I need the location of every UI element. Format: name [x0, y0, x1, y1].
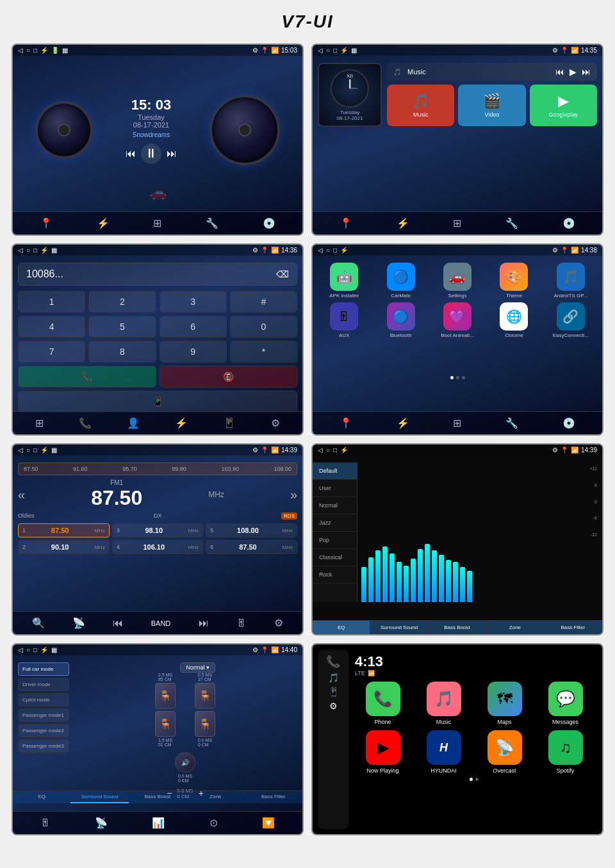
dial-settings-icon[interactable]: ⚙ — [271, 417, 280, 429]
carplay-sidebar-icon-4[interactable]: ⚙ — [329, 701, 338, 711]
dial-key-3[interactable]: 3 — [160, 291, 227, 313]
recent-icon-7[interactable]: □ — [33, 646, 37, 653]
call-button[interactable]: 📞 — [18, 366, 156, 388]
recent-icon-6[interactable]: □ — [333, 446, 337, 454]
mode-passenger1[interactable]: Passenger mode1 — [18, 708, 69, 722]
radio-band-button[interactable]: BAND — [151, 619, 171, 627]
back-icon-2[interactable]: ◁ — [318, 47, 323, 54]
zone-tab-bassboost[interactable]: Bass Boost — [129, 791, 186, 803]
carplay-sidebar-icon-2[interactable]: 🎵 — [328, 673, 339, 683]
nav2-dvd[interactable]: 💿 — [562, 217, 575, 229]
back-icon[interactable]: ◁ — [18, 47, 23, 54]
nav-dvd[interactable]: 💿 — [263, 217, 275, 229]
app-apk-installer[interactable]: 🤖 APK installer — [318, 263, 370, 299]
mode-copilot[interactable]: Cpilot mode — [18, 693, 69, 707]
nav2-location[interactable]: 📍 — [340, 217, 352, 229]
zone-surround-icon[interactable]: 📡 — [95, 817, 108, 829]
recent-icon-4[interactable]: □ — [333, 247, 337, 254]
prev-button[interactable]: ⏮ — [126, 148, 136, 160]
prev-btn[interactable]: ⏮ — [555, 67, 564, 77]
preset-5[interactable]: 5 108.00 MHz — [206, 523, 297, 537]
play-btn[interactable]: ▶ — [570, 67, 577, 77]
carplay-app-music[interactable]: 🎵 Music — [416, 682, 472, 725]
next-btn[interactable]: ⏭ — [582, 67, 591, 77]
eq-mode-user[interactable]: User — [313, 480, 357, 497]
app-theme[interactable]: 🎨 Theme — [488, 263, 540, 299]
eq-mode-rock[interactable]: Rock — [313, 566, 357, 584]
end-call-button[interactable]: 📵 — [160, 366, 298, 388]
preset-4[interactable]: 4 106.10 MHz — [112, 540, 204, 554]
carplay-app-hyundai[interactable]: H HYUNDAI — [416, 730, 472, 774]
eq-mode-pop[interactable]: Pop — [313, 532, 357, 549]
carplay-app-nowplaying[interactable]: ▶ Now Playing — [355, 730, 411, 774]
tune-back-button[interactable]: « — [18, 487, 25, 502]
nav4-location[interactable]: 📍 — [340, 417, 352, 429]
next-button[interactable]: ⏭ — [167, 148, 177, 160]
home-icon-7[interactable]: ○ — [26, 646, 30, 653]
dial-apps-icon[interactable]: ⊞ — [35, 417, 44, 429]
video-app[interactable]: 🎬 Video — [458, 85, 525, 126]
zone-eq-icon[interactable]: 🎚 — [40, 817, 51, 829]
home-icon-5[interactable]: ○ — [26, 446, 30, 454]
recent-icon-2[interactable]: □ — [333, 47, 337, 54]
nav-apps[interactable]: ⊞ — [153, 217, 161, 229]
preset-6[interactable]: 6 87.50 MHz — [206, 540, 297, 554]
nav-bluetooth[interactable]: ⚡ — [97, 217, 110, 229]
eq-tab-surround[interactable]: Surround Sound — [370, 621, 428, 634]
radio-next-icon[interactable]: ⏭ — [199, 618, 209, 629]
recent-icon-3[interactable]: □ — [33, 247, 37, 254]
mode-driver[interactable]: Driver mode — [18, 678, 69, 691]
home-icon-4[interactable]: ○ — [326, 247, 330, 254]
dial-key-9[interactable]: 9 — [160, 341, 227, 363]
carplay-app-overcast[interactable]: 📡 Overcast — [477, 730, 532, 774]
preset-3[interactable]: 3 98.10 MHz — [112, 523, 204, 537]
dial-key-star[interactable]: * — [230, 341, 297, 363]
radio-eq-icon[interactable]: 🎚 — [236, 618, 247, 629]
music-app[interactable]: 🎵 Music — [387, 85, 454, 126]
nav-location[interactable]: 📍 — [40, 217, 53, 229]
zone-tab-surround[interactable]: Surround Sound — [70, 791, 128, 803]
zone-tab-zone[interactable]: Zone — [186, 791, 244, 803]
dial-key-7[interactable]: 7 — [18, 341, 85, 363]
dot-1[interactable] — [450, 376, 454, 379]
nav4-settings[interactable]: 🔧 — [505, 417, 518, 429]
eq-mode-jazz[interactable]: Jazz — [313, 514, 357, 532]
radio-search-icon[interactable]: 🔍 — [32, 617, 45, 629]
back-icon-6[interactable]: ◁ — [318, 446, 323, 454]
app-boot-anim[interactable]: 💜 Boot Animati... — [431, 302, 484, 338]
back-icon-3[interactable]: ◁ — [18, 247, 23, 254]
normal-preset-tag[interactable]: Normal ▾ — [180, 662, 215, 673]
app-carmate[interactable]: 🔵 CarMate — [374, 263, 427, 299]
dial-keypad-icon[interactable]: 📱 — [223, 417, 236, 429]
mode-passenger2[interactable]: Passenger mode2 — [18, 724, 69, 737]
recent-icon[interactable]: □ — [33, 47, 37, 54]
app-androits[interactable]: 🎵 AndroiTS GP... — [545, 263, 597, 299]
dial-key-4[interactable]: 4 — [18, 316, 85, 338]
carplay-app-phone[interactable]: 📞 Phone — [355, 682, 411, 725]
eq-mode-normal[interactable]: Normal — [313, 497, 357, 514]
back-icon-4[interactable]: ◁ — [318, 247, 323, 254]
carplay-app-maps[interactable]: 🗺 Maps — [477, 682, 532, 725]
mode-full-car[interactable]: Full car mode — [18, 662, 69, 676]
nav-settings[interactable]: 🔧 — [206, 217, 218, 229]
dot-3[interactable] — [462, 376, 465, 379]
backspace-button[interactable]: ⌫ — [276, 269, 289, 279]
googleplay-app[interactable]: ▶ Googleplay — [530, 85, 597, 126]
cp-dot-1[interactable] — [470, 778, 473, 781]
home-icon[interactable]: ○ — [26, 47, 30, 54]
home-icon-3[interactable]: ○ — [26, 247, 30, 254]
dial-key-2[interactable]: 2 — [88, 291, 156, 313]
carplay-app-spotify[interactable]: ♫ Spotify — [537, 730, 593, 774]
carplay-sidebar-icon-1[interactable]: 📞 — [326, 655, 340, 669]
dot-2[interactable] — [456, 376, 459, 379]
preset-1[interactable]: 1 87.50 MHz — [18, 523, 110, 537]
dial-bt-icon[interactable]: ⚡ — [175, 417, 188, 429]
home-icon-6[interactable]: ○ — [326, 446, 330, 454]
radio-prev-icon[interactable]: ⏮ — [113, 618, 123, 629]
eq-tab-zone[interactable]: Zone — [486, 621, 544, 634]
tune-forward-button[interactable]: » — [290, 487, 297, 502]
zone-tab-eq[interactable]: EQ — [13, 791, 70, 803]
app-easyconn[interactable]: 🔗 EasyConnecti... — [545, 302, 597, 338]
nav2-bluetooth[interactable]: ⚡ — [397, 217, 409, 229]
dial-key-8[interactable]: 8 — [88, 341, 156, 363]
